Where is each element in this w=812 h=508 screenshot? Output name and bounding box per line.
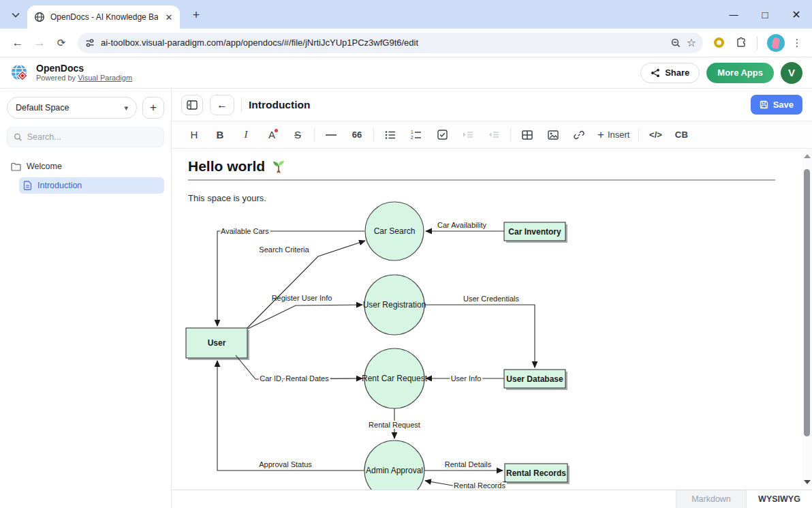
globe-favicon	[34, 12, 45, 23]
search-box[interactable]	[7, 127, 164, 147]
horizontal-rule-button[interactable]	[318, 125, 344, 145]
svg-text:Car Search: Car Search	[374, 226, 416, 236]
site-settings-icon[interactable]	[84, 38, 95, 48]
inline-code-button[interactable]: </>	[642, 125, 668, 145]
svg-text:Approval Status: Approval Status	[259, 460, 312, 468]
svg-text:Rental Records: Rental Records	[506, 468, 566, 478]
share-button[interactable]: Share	[640, 63, 700, 83]
image-button[interactable]	[540, 125, 566, 145]
tab-search-button[interactable]	[7, 6, 25, 24]
doc-heading: Hello world	[188, 158, 785, 175]
sidebar-item-welcome[interactable]: Welcome	[7, 158, 164, 175]
browser-tab[interactable]: OpenDocs - AI Knowledge Base ✕	[27, 5, 180, 29]
blockquote-button[interactable]: 66	[344, 125, 370, 145]
toolbar-separator	[757, 36, 758, 50]
extension-icon[interactable]	[714, 38, 724, 48]
space-selector[interactable]: Default Space ▾	[7, 97, 137, 119]
chevron-down-icon	[12, 12, 20, 18]
share-icon	[651, 68, 660, 78]
close-button[interactable]: ✕	[781, 0, 812, 29]
svg-text:Search Criteria: Search Criteria	[259, 245, 309, 254]
tab-close-icon[interactable]: ✕	[163, 12, 174, 23]
toggle-sidebar-button[interactable]	[181, 95, 203, 115]
editor-mode-bar: Markdown WYSIWYG	[172, 490, 812, 508]
scrollbar-thumb[interactable]	[804, 169, 810, 436]
svg-text:User Database: User Database	[506, 374, 563, 384]
maximize-button[interactable]: □	[749, 0, 781, 29]
profile-avatar[interactable]	[767, 34, 785, 52]
visual-paradigm-link[interactable]: Visual Paradigm	[78, 74, 132, 82]
app-brand: OpenDocs Powered by Visual Paradigm	[10, 63, 132, 83]
table-button[interactable]	[514, 125, 540, 145]
node-admin-approval	[364, 440, 424, 490]
insert-button[interactable]: + Insert	[592, 125, 635, 145]
code-block-button[interactable]: CB	[668, 125, 694, 145]
tab-title: OpenDocs - AI Knowledge Base	[50, 12, 158, 22]
text-color-button[interactable]: A	[259, 125, 285, 145]
wysiwyg-mode-tab[interactable]: WYSIWYG	[747, 490, 812, 508]
search-input[interactable]	[27, 132, 157, 142]
window-controls: — □ ✕	[718, 0, 812, 29]
sidebar: Default Space ▾ + Welcome	[0, 89, 172, 508]
heading-button[interactable]: H	[181, 125, 207, 145]
back-button[interactable]: ←	[210, 95, 234, 115]
svg-text:User Info: User Info	[451, 374, 482, 383]
markdown-mode-tab[interactable]: Markdown	[676, 490, 747, 508]
ordered-list-button[interactable]: 12	[403, 125, 429, 145]
address-bar[interactable]: ai-toolbox.visual-paradigm.com/app/opend…	[78, 33, 703, 53]
svg-text:Car Inventory: Car Inventory	[508, 227, 561, 237]
italic-button[interactable]: I	[233, 125, 259, 145]
svg-text:User Registration: User Registration	[363, 300, 426, 310]
browser-window: OpenDocs - AI Knowledge Base ✕ + — □ ✕ ←…	[0, 0, 812, 508]
document-canvas[interactable]: Hello world This space is yours.	[172, 149, 812, 490]
forward-icon[interactable]: →	[29, 32, 50, 54]
indent-button[interactable]	[455, 125, 481, 145]
reload-icon[interactable]: ⟳	[50, 32, 72, 54]
page-title: Introduction	[249, 99, 310, 111]
bookmark-star-icon[interactable]: ☆	[687, 36, 696, 49]
chevron-down-icon: ▾	[124, 104, 128, 113]
browser-menu-icon[interactable]: ⋮	[789, 37, 805, 49]
extensions-puzzle-icon[interactable]	[730, 32, 751, 54]
tree-item-label: Welcome	[27, 162, 62, 171]
svg-text:Car Availability: Car Availability	[437, 221, 486, 229]
bold-button[interactable]: B	[207, 125, 233, 145]
new-tab-button[interactable]: +	[188, 7, 204, 23]
task-list-button[interactable]	[429, 125, 455, 145]
app-name: OpenDocs	[36, 63, 132, 74]
sidebar-item-introduction[interactable]: Introduction	[19, 177, 164, 194]
page-tree: Welcome Introduction	[7, 158, 164, 194]
editor-header: ← Introduction Save	[172, 89, 812, 121]
plus-icon: +	[597, 129, 604, 140]
strikethrough-button[interactable]: S	[285, 125, 311, 145]
svg-text:Rental Records: Rental Records	[454, 481, 505, 490]
minimize-button[interactable]: —	[718, 0, 749, 29]
edge-search-criteria	[247, 241, 365, 328]
save-floppy-icon	[760, 100, 768, 109]
document-icon	[23, 181, 32, 190]
folder-icon	[11, 162, 21, 171]
scroll-down-icon[interactable]	[804, 480, 811, 484]
zoom-icon[interactable]	[670, 38, 681, 48]
svg-text:Rental Request: Rental Request	[369, 421, 420, 429]
scroll-up-icon[interactable]	[804, 154, 811, 158]
back-icon[interactable]: ←	[7, 32, 29, 54]
browser-toolbar: ← → ⟳ ai-toolbox.visual-paradigm.com/app…	[0, 29, 812, 57]
editor-panel: ← Introduction Save H B I A S	[172, 89, 812, 508]
powered-by: Powered by Visual Paradigm	[36, 74, 132, 83]
link-button[interactable]	[566, 125, 592, 145]
add-page-button[interactable]: +	[142, 97, 164, 119]
user-avatar[interactable]: V	[781, 62, 802, 84]
opendocs-logo	[10, 63, 30, 83]
content-scrollbar[interactable]	[802, 149, 812, 490]
bullet-list-button[interactable]	[377, 125, 403, 145]
svg-text:Car ID, Rental Dates: Car ID, Rental Dates	[260, 374, 329, 383]
more-apps-button[interactable]: More Apps	[706, 63, 774, 83]
outdent-button[interactable]	[481, 125, 507, 145]
svg-text:Available Cars: Available Cars	[221, 227, 269, 235]
app-header: OpenDocs Powered by Visual Paradigm Shar…	[0, 57, 812, 89]
save-button[interactable]: Save	[751, 95, 802, 115]
dataflow-diagram[interactable]: Car Search User Registration Rent Car Re…	[185, 201, 785, 490]
svg-text:2: 2	[411, 135, 413, 140]
back-arrow-icon: ←	[217, 99, 228, 111]
